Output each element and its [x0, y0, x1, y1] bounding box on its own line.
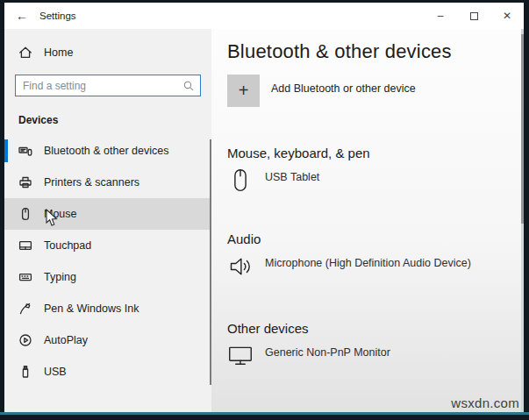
- sidebar-item-pen-windows-ink[interactable]: Pen & Windows Ink: [4, 293, 211, 324]
- maximize-button[interactable]: [457, 3, 490, 29]
- watermark: wsxdn.com: [451, 395, 519, 410]
- pen-icon: [18, 302, 32, 316]
- device-label: Generic Non-PnP Monitor: [265, 346, 390, 359]
- sidebar-item-usb[interactable]: USB: [4, 356, 211, 388]
- sidebar-item-home[interactable]: Home: [4, 41, 211, 64]
- keyboard-icon: [18, 270, 32, 284]
- plus-icon: +: [227, 75, 260, 107]
- settings-window: ← Settings – ✕ Home: [4, 3, 524, 412]
- printer-icon: [18, 175, 32, 189]
- window-title: Settings: [39, 11, 76, 21]
- search-box: [15, 75, 201, 96]
- mouse-cursor-icon: [46, 209, 59, 231]
- sidebar-item-typing[interactable]: Typing: [4, 261, 211, 293]
- device-label: USB Tablet: [265, 171, 319, 183]
- sidebar-item-label: Printers & scanners: [44, 176, 139, 189]
- sidebar-item-label: Pen & Windows Ink: [44, 303, 139, 315]
- content-scrollbar-track[interactable]: [521, 29, 524, 412]
- sidebar-item-label: USB: [44, 366, 67, 378]
- sidebar-item-label: Bluetooth & other devices: [44, 145, 168, 157]
- sidebar-item-label: Home: [44, 46, 73, 59]
- page-title: Bluetooth & other devices: [227, 40, 524, 63]
- maximize-icon: [470, 12, 478, 20]
- speaker-icon: [227, 253, 254, 281]
- mouse-icon: [227, 167, 254, 195]
- sidebar-section-header: Devices: [18, 114, 211, 126]
- sidebar-item-label: Touchpad: [44, 239, 91, 252]
- minimize-button[interactable]: –: [424, 3, 457, 29]
- sidebar-item-autoplay[interactable]: AutoPlay: [4, 324, 211, 356]
- close-icon: ✕: [503, 10, 511, 22]
- sidebar-nav: Bluetooth & other devices Printers & sca…: [4, 135, 211, 388]
- device-row-microphone[interactable]: Microphone (High Definition Audio Device…: [227, 253, 471, 281]
- close-button[interactable]: ✕: [490, 3, 524, 29]
- monitor-icon: [227, 342, 254, 370]
- sidebar-item-bluetooth-other-devices[interactable]: Bluetooth & other devices: [4, 135, 211, 167]
- device-row-generic-monitor[interactable]: Generic Non-PnP Monitor: [227, 342, 390, 370]
- titlebar: ← Settings – ✕: [4, 3, 524, 29]
- sidebar-item-label: AutoPlay: [44, 334, 88, 346]
- frame-bottom-edge: [0, 412, 529, 415]
- back-arrow-icon: ←: [16, 9, 28, 23]
- add-button-label: Add Bluetooth or other device: [271, 82, 416, 95]
- section-header-audio: Audio: [227, 231, 524, 246]
- mouse-icon: [18, 207, 32, 221]
- sidebar-item-touchpad[interactable]: Touchpad: [4, 230, 211, 261]
- device-label: Microphone (High Definition Audio Device…: [265, 257, 471, 269]
- search-input[interactable]: [23, 80, 182, 92]
- touchpad-icon: [18, 238, 32, 253]
- sidebar-item-mouse[interactable]: Mouse: [4, 198, 211, 230]
- section-header-mouse-keyboard-pen: Mouse, keyboard, & pen: [227, 146, 524, 160]
- autoplay-icon: [18, 333, 32, 347]
- usb-icon: [18, 365, 32, 379]
- home-icon: [18, 46, 32, 60]
- minimize-icon: –: [438, 10, 444, 22]
- back-button[interactable]: ←: [4, 9, 39, 23]
- sidebar-item-printers-scanners[interactable]: Printers & scanners: [4, 167, 211, 198]
- content-scrollbar-thumb[interactable]: [521, 34, 524, 224]
- section-header-other-devices: Other devices: [227, 321, 524, 336]
- add-bluetooth-device-button[interactable]: + Add Bluetooth or other device: [227, 75, 416, 107]
- sidebar-item-label: Typing: [44, 271, 76, 283]
- device-row-usb-tablet[interactable]: USB Tablet: [227, 167, 319, 195]
- search-icon[interactable]: [182, 80, 195, 92]
- devices-icon: [18, 144, 32, 158]
- main-content: Bluetooth & other devices + Add Bluetoot…: [211, 29, 524, 412]
- sidebar: Home Devices Bluetooth & other devices: [4, 29, 211, 412]
